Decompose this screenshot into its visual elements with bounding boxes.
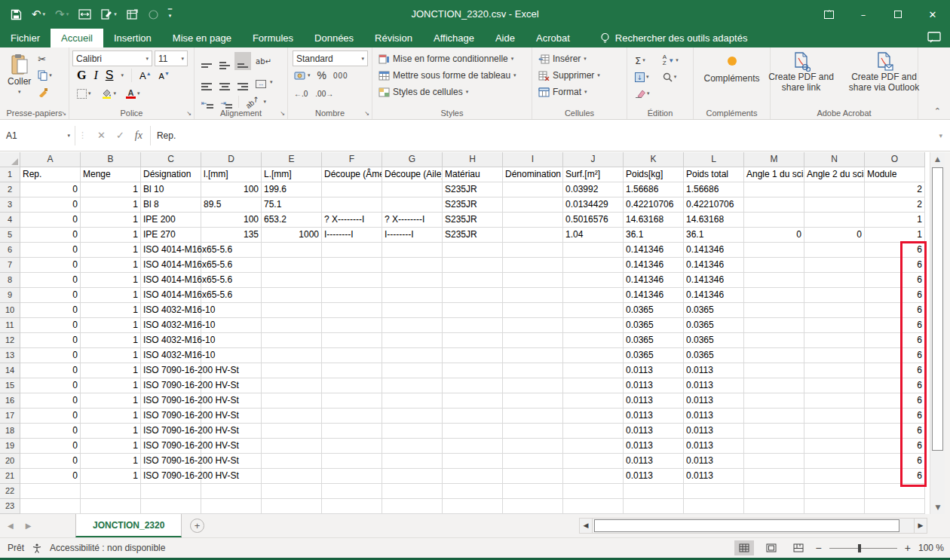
cell-K9[interactable]: 0.141346: [624, 288, 684, 303]
row-header-7[interactable]: 7: [0, 258, 20, 273]
cell-K11[interactable]: 0.0365: [624, 318, 684, 333]
cell-D1[interactable]: l.[mm]: [201, 167, 262, 182]
copy-button[interactable]: ▾: [35, 67, 54, 84]
column-header-M[interactable]: M: [744, 152, 804, 167]
cell-N21[interactable]: [804, 469, 865, 484]
merge-center-icon[interactable]: ↔: [253, 73, 269, 91]
scroll-left-icon[interactable]: ◀: [579, 518, 593, 534]
cell-E16[interactable]: [262, 393, 322, 409]
cell-K20[interactable]: 0.0113: [624, 454, 684, 469]
cell-J4[interactable]: 0.5016576: [563, 213, 624, 228]
cell-I10[interactable]: [503, 303, 563, 318]
cell-A21[interactable]: 0: [20, 469, 81, 484]
find-select-button[interactable]: ▾: [663, 72, 685, 82]
cell-C15[interactable]: ISO 7090-16-200 HV-St: [141, 378, 201, 393]
cell-L18[interactable]: 0.0113: [684, 424, 744, 439]
shrink-font-button[interactable]: A▼: [159, 71, 170, 81]
cell-M18[interactable]: [744, 424, 804, 439]
cell-C13[interactable]: ISO 4032-M16-10: [141, 348, 201, 363]
row-header-4[interactable]: 4: [0, 213, 20, 228]
cell-F11[interactable]: [322, 318, 382, 333]
page-layout-view-button[interactable]: [762, 540, 781, 555]
row-header-21[interactable]: 21: [0, 469, 20, 484]
zoom-out-button[interactable]: −: [816, 542, 822, 554]
cell-M3[interactable]: [744, 197, 804, 213]
cell-H23[interactable]: [443, 499, 503, 514]
cell-G4[interactable]: ? X--------I: [382, 213, 443, 228]
cell-B4[interactable]: 1: [81, 213, 141, 228]
cell-K22[interactable]: [624, 484, 684, 499]
cell-G20[interactable]: [382, 454, 443, 469]
font-size-combo[interactable]: 11▾: [155, 50, 188, 66]
cell-I13[interactable]: [503, 348, 563, 363]
number-dialog-launcher[interactable]: ↘: [364, 110, 369, 117]
cell-B3[interactable]: 1: [81, 197, 141, 213]
cell-H6[interactable]: [443, 243, 503, 258]
cell-M11[interactable]: [744, 318, 804, 333]
cell-A12[interactable]: 0: [20, 333, 81, 348]
cell-I20[interactable]: [503, 454, 563, 469]
cell-L11[interactable]: 0.0365: [684, 318, 744, 333]
cell-H21[interactable]: [443, 469, 503, 484]
cell-J8[interactable]: [563, 273, 624, 288]
cell-C23[interactable]: [141, 499, 201, 514]
cell-M2[interactable]: [744, 182, 804, 197]
new-sheet-button[interactable]: +: [190, 519, 204, 533]
sheet-tab-active[interactable]: JONCTION_2320: [75, 514, 182, 537]
cell-B1[interactable]: Menge: [81, 167, 141, 182]
cell-M8[interactable]: [744, 273, 804, 288]
page-break-view-button[interactable]: [789, 540, 808, 555]
cell-D22[interactable]: [201, 484, 262, 499]
cell-F12[interactable]: [322, 333, 382, 348]
insert-cells-button[interactable]: Insérer▾: [535, 50, 624, 67]
maximize-button[interactable]: [881, 0, 915, 29]
row-header-2[interactable]: 2: [0, 182, 20, 197]
cell-L23[interactable]: [684, 499, 744, 514]
worksheet-grid[interactable]: ABCDEFGHIJKLMNO1Rep.MengeDésignationl.[m…: [0, 152, 930, 514]
cell-K23[interactable]: [624, 499, 684, 514]
cell-I23[interactable]: [503, 499, 563, 514]
cell-I1[interactable]: Dénomination: [503, 167, 563, 182]
prev-sheet-icon[interactable]: ◀: [8, 522, 14, 530]
minimize-button[interactable]: –: [846, 0, 881, 29]
cell-J16[interactable]: [563, 393, 624, 409]
cell-J7[interactable]: [563, 258, 624, 273]
row-header-5[interactable]: 5: [0, 228, 20, 243]
cell-A19[interactable]: 0: [20, 439, 81, 454]
cell-H19[interactable]: [443, 439, 503, 454]
cell-E13[interactable]: [262, 348, 322, 363]
tab-acrobat[interactable]: Acrobat: [526, 29, 581, 47]
zoom-in-button[interactable]: +: [905, 542, 911, 554]
horizontal-scroll-thumb[interactable]: [594, 519, 899, 532]
cell-N14[interactable]: [804, 363, 865, 378]
tab-données[interactable]: Données: [304, 29, 364, 47]
column-header-H[interactable]: H: [443, 152, 503, 167]
cell-O23[interactable]: [865, 499, 925, 514]
row-header-17[interactable]: 17: [0, 409, 20, 424]
cell-A3[interactable]: 0: [20, 197, 81, 213]
cell-F4[interactable]: ? X--------I: [322, 213, 382, 228]
percent-style-button[interactable]: %: [317, 69, 326, 81]
cell-L6[interactable]: 0.141346: [684, 243, 744, 258]
scroll-down-icon[interactable]: ▼: [930, 500, 945, 514]
cell-H17[interactable]: [443, 409, 503, 424]
cell-G12[interactable]: [382, 333, 443, 348]
cell-B15[interactable]: 1: [81, 378, 141, 393]
number-format-combo[interactable]: Standard▾: [293, 50, 368, 66]
cell-A16[interactable]: 0: [20, 393, 81, 409]
cell-O1[interactable]: Module: [865, 167, 925, 182]
cell-C4[interactable]: IPE 200: [141, 213, 201, 228]
cell-K7[interactable]: 0.141346: [624, 258, 684, 273]
cell-I17[interactable]: [503, 409, 563, 424]
cell-I14[interactable]: [503, 363, 563, 378]
cell-J21[interactable]: [563, 469, 624, 484]
cell-J19[interactable]: [563, 439, 624, 454]
cell-M7[interactable]: [744, 258, 804, 273]
cell-E11[interactable]: [262, 318, 322, 333]
scroll-up-icon[interactable]: ▲: [930, 152, 945, 166]
cell-J22[interactable]: [563, 484, 624, 499]
cell-F18[interactable]: [322, 424, 382, 439]
cell-F6[interactable]: [322, 243, 382, 258]
cell-I5[interactable]: [503, 228, 563, 243]
cell-F10[interactable]: [322, 303, 382, 318]
